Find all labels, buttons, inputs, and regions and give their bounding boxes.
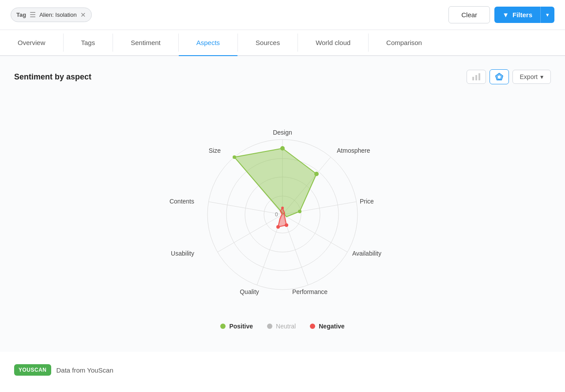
negative-label: Negative (319, 323, 344, 330)
svg-marker-4 (497, 75, 501, 79)
bar-chart-icon (472, 73, 480, 80)
svg-text:Usability: Usability (171, 250, 194, 257)
negative-dot (310, 324, 315, 329)
tag-close-icon[interactable]: ✕ (80, 11, 86, 18)
filters-button-group: ▼ Filters ▾ (494, 7, 554, 23)
tabs-bar: Overview Tags Sentiment Aspects Sources … (0, 30, 565, 56)
legend-neutral: Neutral (267, 323, 296, 330)
tab-overview[interactable]: Overview (0, 30, 63, 56)
svg-line-16 (209, 202, 282, 215)
bar-chart-button[interactable] (467, 70, 486, 84)
svg-text:Price: Price (360, 198, 374, 205)
chart-area: Design Atmosphere Price Availability Per… (14, 93, 551, 339)
clear-button[interactable]: Clear (448, 6, 490, 23)
header-bar: Tag ☰ Alien: Isolation ✕ Clear ▼ Filters… (0, 0, 565, 30)
svg-text:Performance: Performance (292, 288, 328, 295)
tag-filter[interactable]: Tag ☰ Alien: Isolation ✕ (11, 8, 92, 22)
radar-chart-svg: Design Atmosphere Price Availability Per… (168, 102, 397, 314)
tag-separator-icon: ☰ (30, 11, 36, 19)
filter-icon: ▼ (502, 11, 509, 19)
section-header: Sentiment by aspect Export ▾ (14, 69, 551, 84)
export-button[interactable]: Export ▾ (512, 70, 551, 84)
svg-text:Quality: Quality (240, 288, 259, 295)
neutral-label: Neutral (276, 323, 296, 330)
svg-point-20 (314, 172, 319, 176)
svg-text:Size: Size (209, 147, 221, 154)
svg-rect-1 (475, 75, 477, 80)
svg-text:Availability: Availability (352, 250, 381, 257)
svg-rect-0 (472, 77, 474, 80)
svg-line-12 (282, 215, 347, 252)
positive-dot (220, 324, 226, 329)
legend: Positive Neutral Negative (220, 323, 344, 330)
svg-text:0: 0 (275, 211, 278, 218)
positive-label: Positive (229, 323, 253, 330)
filters-button[interactable]: ▼ Filters (494, 7, 540, 23)
neutral-dot (267, 324, 272, 329)
svg-text:Design: Design (273, 129, 292, 136)
legend-positive: Positive (220, 323, 253, 330)
footer: YOUSCAN Data from YouScan (0, 352, 565, 384)
header-actions: Clear ▼ Filters ▾ (448, 6, 554, 23)
radar-wrapper: Design Atmosphere Price Availability Per… (168, 102, 397, 314)
svg-point-26 (281, 207, 284, 209)
svg-text:Contents: Contents (170, 198, 194, 205)
tab-comparison[interactable]: Comparison (369, 30, 440, 56)
tag-label: Tag (16, 11, 26, 18)
svg-line-15 (218, 215, 282, 252)
svg-point-22 (233, 155, 236, 159)
svg-point-21 (298, 210, 301, 213)
svg-text:Atmosphere: Atmosphere (337, 147, 370, 154)
tab-sources[interactable]: Sources (238, 30, 298, 56)
section-title: Sentiment by aspect (14, 72, 91, 82)
legend-negative: Negative (310, 323, 344, 330)
svg-point-24 (285, 223, 288, 227)
footer-text: Data from YouScan (56, 366, 113, 374)
tab-tags[interactable]: Tags (64, 30, 113, 56)
tab-aspects[interactable]: Aspects (179, 30, 237, 56)
tag-value: Alien: Isolation (39, 11, 77, 18)
chart-controls: Export ▾ (467, 69, 551, 84)
tab-world-cloud[interactable]: World cloud (298, 30, 368, 56)
radar-chart-icon (495, 73, 503, 81)
svg-rect-2 (478, 73, 480, 80)
radar-chart-button[interactable] (490, 69, 509, 84)
tab-sentiment[interactable]: Sentiment (113, 30, 178, 56)
svg-point-25 (276, 225, 280, 229)
svg-point-19 (280, 146, 285, 151)
main-content: Sentiment by aspect Export ▾ (0, 56, 565, 352)
filters-dropdown-button[interactable]: ▾ (540, 7, 554, 23)
youscan-badge: YOUSCAN (14, 364, 51, 376)
svg-marker-18 (234, 148, 316, 217)
export-chevron-icon: ▾ (540, 73, 543, 80)
